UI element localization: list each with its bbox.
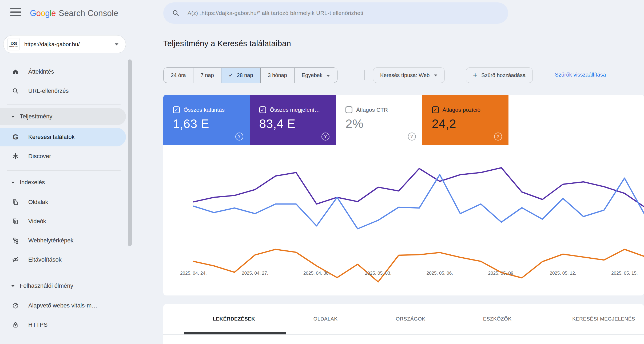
url-inspection-search[interactable]: A(z) „https://dajka-gabor.hu/” alá tarto…	[163, 2, 508, 24]
header-divider	[163, 59, 644, 59]
checkbox-checked-icon[interactable]: ✓	[432, 106, 439, 113]
date-range-3-h-nap[interactable]: 3 hónap	[260, 68, 294, 83]
sidebar-item-oldalak[interactable]: Oldalak	[0, 193, 126, 211]
metric-card--tlagos-poz-ci-[interactable]: ✓Átlagos pozíció24,2?	[422, 95, 509, 145]
discover-icon	[12, 153, 19, 160]
search-icon	[172, 9, 180, 17]
add-filter-button[interactable]: + Szűrő hozzáadása	[466, 67, 533, 83]
x-axis-label: 2025. 05. 15.	[598, 271, 644, 276]
pages-icon	[12, 198, 19, 206]
sidebar-divider	[7, 170, 121, 171]
active-tab-underline	[184, 332, 286, 334]
performance-card: ✓Összes kattintás1,63 E?✓Összes megjelen…	[163, 95, 644, 295]
metric-label: Átlagos pozíció	[443, 107, 480, 113]
help-icon[interactable]: ?	[321, 133, 329, 141]
chart-line-1	[193, 249, 644, 282]
performance-chart[interactable]	[163, 144, 644, 285]
google-g-icon: G	[12, 133, 19, 141]
chevron-down-icon	[434, 74, 438, 77]
date-range-28-nap[interactable]: ✓28 nap	[221, 68, 260, 83]
sidebar-item-elt-vol-t-sok[interactable]: Eltávolítások	[0, 250, 126, 269]
date-range-segmented-control: 24 óra7 nap✓28 nap3 hónapEgyebek	[163, 67, 337, 83]
checkbox-unchecked-icon[interactable]	[345, 106, 352, 113]
product-name: Search Console	[59, 9, 118, 18]
sidebar-item-vide-k[interactable]: Videók	[0, 212, 126, 231]
sidebar-item-https[interactable]: HTTPS	[0, 315, 126, 334]
sidebar-item--ttekint-s[interactable]: Áttekintés	[0, 62, 126, 81]
date-range-label: 7 nap	[201, 72, 214, 78]
reset-filters-link[interactable]: Szűrők visszaállítása	[555, 71, 606, 78]
triangle-down-icon	[11, 283, 15, 288]
check-icon: ✓	[229, 72, 233, 78]
sidebar-item-discover[interactable]: Discover	[0, 147, 126, 166]
sidebar: DGMARKETING https://dajka-gabor.hu/ Átte…	[0, 27, 135, 344]
sidebar-item-url-ellen-rz-s[interactable]: URL-ellenőrzés	[0, 82, 126, 100]
metric-label: Átlagos CTR	[356, 107, 388, 113]
metric-value: 1,63 E	[173, 117, 209, 131]
tab-eszk-z-k[interactable]: ESZKÖZÖK	[483, 304, 512, 334]
x-axis-label: 2025. 05. 06.	[413, 271, 466, 276]
section-label: Felhasználói élmény	[20, 282, 73, 289]
sidebar-item-alapvet-webes-vitals-m-[interactable]: Alapvető webes vitals-m…	[0, 296, 126, 315]
date-range-label: 28 nap	[237, 72, 253, 78]
section-label: Teljesítmény	[20, 113, 52, 120]
metric-label: Összes kattintás	[184, 107, 225, 113]
tab-oldalak[interactable]: OLDALAK	[313, 304, 337, 334]
sidebar-divider	[7, 104, 121, 105]
property-domain: https://dajka-gabor.hu/	[24, 41, 80, 47]
sidebar-section-felhaszn-l-i-lm-ny[interactable]: Felhasználói élmény	[0, 277, 126, 294]
date-range-7-nap[interactable]: 7 nap	[193, 68, 221, 83]
sidebar-divider	[7, 275, 121, 275]
checkbox-checked-icon[interactable]: ✓	[173, 106, 180, 113]
sidebar-item-webhelyt-rk-pek[interactable]: Webhelytérképek	[0, 231, 126, 250]
x-axis-label: 2025. 05. 03.	[352, 271, 405, 276]
metric-card--sszes-kattint-s[interactable]: ✓Összes kattintás1,63 E?	[163, 95, 250, 145]
property-logo: DGMARKETING	[7, 38, 20, 50]
sidebar-item-label: Eltávolítások	[28, 256, 62, 263]
metric-cards-row: ✓Összes kattintás1,63 E?✓Összes megjelen…	[163, 95, 508, 145]
date-range-egyebek[interactable]: Egyebek	[294, 68, 337, 83]
metric-value: 24,2	[432, 117, 456, 131]
lock-icon	[12, 321, 19, 329]
sidebar-item-label: Alapvető webes vitals-m…	[28, 302, 97, 309]
search-icon	[12, 87, 19, 95]
metric-card--tlagos-ctr[interactable]: Átlagos CTR2%?	[336, 95, 422, 145]
x-axis-label: 2025. 04. 24.	[167, 271, 220, 276]
dimension-tabs-card: LEKÉRDEZÉSEKOLDALAKORSZÁGOKESZKÖZÖKKERES…	[163, 304, 644, 344]
sidebar-scrollbar[interactable]	[128, 59, 132, 246]
checkbox-checked-icon[interactable]: ✓	[259, 106, 266, 113]
sidebar-section-teljes-tm-ny[interactable]: Teljesítmény	[0, 108, 126, 125]
sidebar-item-label: Videók	[28, 218, 46, 225]
triangle-down-icon	[11, 180, 15, 185]
home-icon	[12, 68, 19, 75]
x-axis-label: 2025. 04. 27.	[228, 271, 282, 276]
help-icon[interactable]: ?	[235, 133, 243, 141]
gauge-icon	[12, 302, 19, 309]
filter-separator	[364, 70, 365, 80]
sidebar-section-indexel-s[interactable]: Indexelés	[0, 174, 126, 191]
help-icon[interactable]: ?	[408, 133, 416, 141]
date-range-24-ra[interactable]: 24 óra	[164, 68, 193, 83]
tab-lek-rdez-sek[interactable]: LEKÉRDEZÉSEK	[213, 304, 255, 334]
topbar: Google Search Console A(z) „https://dajk…	[0, 0, 644, 27]
eye-off-icon	[12, 256, 19, 263]
menu-icon[interactable]	[10, 8, 23, 19]
triangle-down-icon	[11, 114, 15, 119]
search-placeholder: A(z) „https://dajka-gabor.hu/” alá tarto…	[188, 10, 363, 16]
search-type-button[interactable]: Keresés típusa: Web	[373, 67, 445, 83]
app-logo[interactable]: Google Search Console	[30, 0, 118, 27]
tab-orsz-gok[interactable]: ORSZÁGOK	[396, 304, 426, 334]
chevron-down-icon	[114, 43, 119, 46]
sidebar-item-label: Oldalak	[28, 199, 48, 206]
property-selector[interactable]: DGMARKETING https://dajka-gabor.hu/	[3, 35, 126, 53]
sidebar-divider	[7, 339, 121, 339]
metric-card--sszes-megjelen-[interactable]: ✓Összes megjelení…83,4 E?	[250, 95, 336, 145]
metric-label: Összes megjelení…	[270, 107, 320, 113]
sidebar-item-label: URL-ellenőrzés	[28, 87, 69, 94]
sidebar-item-keres-si-tal-latok[interactable]: GKeresési találatok	[0, 128, 126, 146]
tab-keres-si-megjelen-s[interactable]: KERESÉSI MEGJELENÉS	[572, 304, 635, 334]
date-range-label: Egyebek	[302, 72, 323, 78]
page-title: Teljesítmény a Keresés találataiban	[163, 39, 291, 48]
help-icon[interactable]: ?	[494, 133, 502, 141]
chart-line-0	[193, 168, 644, 207]
